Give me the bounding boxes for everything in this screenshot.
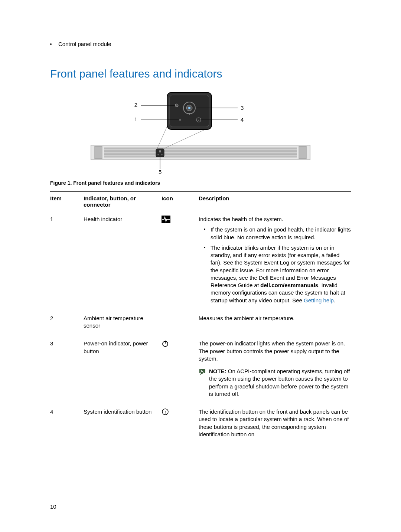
bullet-item: Control panel module [50, 41, 351, 47]
cell-item: 4 [50, 408, 84, 438]
section-heading: Front panel features and indicators [50, 68, 351, 80]
desc-bullet: If the system is on and in good health, … [199, 226, 351, 241]
bullet-dot-icon [50, 43, 52, 45]
bullet-text: If the system is on and in good health, … [211, 226, 351, 241]
cell-indicator: Ambient air temperature sensor [84, 315, 162, 330]
cell-description: Measures the ambient air temperature. [199, 315, 351, 330]
page-number: 10 [50, 503, 56, 510]
cell-item: 2 [50, 315, 84, 330]
callout-5: 5 [159, 169, 162, 175]
callout-3: 3 [241, 105, 244, 111]
svg-rect-10 [156, 149, 164, 157]
svg-point-20 [188, 107, 190, 109]
cell-description: The power-on indicator lights when the s… [199, 340, 351, 398]
table-row: 1 Health indicator Indicates the health … [50, 211, 351, 310]
cell-icon [162, 340, 199, 398]
callout-2: 2 [134, 102, 137, 108]
cell-description: Indicates the health of the system. If t… [199, 216, 351, 304]
callout-1: 1 [134, 116, 137, 122]
header-description: Description [199, 195, 351, 208]
header-icon: Icon [162, 195, 199, 208]
svg-point-12 [157, 154, 159, 155]
callout-4: 4 [241, 116, 244, 123]
svg-rect-1 [95, 146, 102, 159]
svg-rect-2 [299, 146, 306, 159]
cell-icon [162, 315, 199, 330]
bullet-text: Control panel module [58, 41, 111, 47]
table-row: 2 Ambient air temperature sensor Measure… [50, 310, 351, 336]
svg-point-13 [161, 154, 163, 155]
table-header-row: Item Indicator, button, or connector Ico… [50, 192, 351, 211]
note-box: NOTE: On ACPI-compliant operating system… [199, 368, 351, 398]
header-indicator: Indicator, button, or connector [84, 195, 162, 208]
cell-icon [162, 216, 199, 304]
table-row: 4 System identification button i The ide… [50, 404, 351, 438]
power-icon [162, 340, 169, 398]
svg-point-22 [179, 119, 181, 121]
desc-bullet: The indicator blinks amber if the system… [199, 244, 351, 304]
bullet-text: The indicator blinks amber if the system… [211, 244, 351, 304]
figure-caption: Figure 1. Front panel features and indic… [50, 180, 351, 186]
cell-indicator: Power-on indicator, power button [84, 340, 162, 398]
header-item: Item [50, 195, 84, 208]
desc-text: The power-on indicator lights when the s… [199, 340, 351, 362]
svg-point-21 [175, 104, 178, 107]
cell-indicator: System identification button [84, 408, 162, 438]
cell-icon: i [162, 408, 199, 438]
svg-text:i: i [164, 410, 166, 415]
desc-intro: Indicates the health of the system. [199, 216, 351, 223]
cell-item: 3 [50, 340, 84, 398]
svg-point-11 [159, 150, 161, 152]
bullet-dot-icon [204, 247, 205, 248]
cell-indicator: Health indicator [84, 216, 162, 304]
table-row: 3 Power-on indicator, power button The p… [50, 335, 351, 404]
front-panel-diagram-icon: i 2 1 3 4 5 [89, 89, 312, 175]
getting-help-link[interactable]: Getting help [304, 297, 334, 303]
note-text: NOTE: On ACPI-compliant operating system… [209, 368, 351, 398]
bullet-dot-icon [204, 229, 205, 230]
note-icon [199, 368, 209, 398]
health-indicator-icon [162, 216, 170, 304]
cell-item: 1 [50, 216, 84, 304]
cell-description: The identification button on the front a… [199, 408, 351, 438]
figure-diagram: i 2 1 3 4 5 [50, 89, 351, 176]
identification-icon: i [162, 408, 169, 438]
